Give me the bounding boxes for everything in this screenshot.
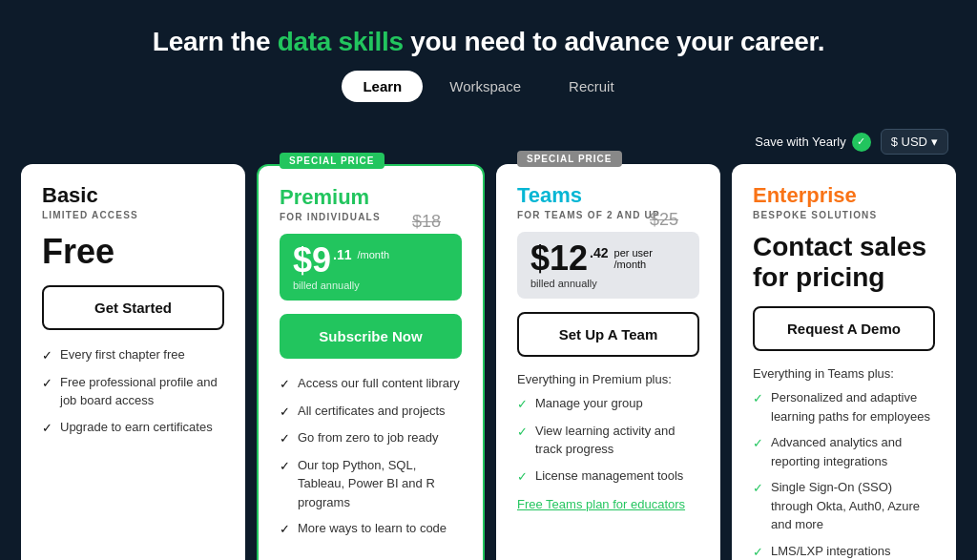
top-bar: Save with Yearly ✓ $ USD ▾ bbox=[0, 119, 977, 164]
check-icon: ✓ bbox=[753, 479, 763, 498]
price-cents-teams: .42 bbox=[590, 245, 608, 260]
currency-selector[interactable]: $ USD ▾ bbox=[881, 129, 948, 155]
check-icon: ✓ bbox=[42, 419, 52, 438]
check-icon: ✓ bbox=[280, 520, 290, 539]
price-dollar-teams: $12 bbox=[530, 241, 588, 276]
title-end: you need to advance your career. bbox=[404, 27, 824, 56]
yearly-check-icon: ✓ bbox=[852, 133, 871, 152]
check-icon: ✓ bbox=[517, 467, 528, 487]
list-item: ✓Free professional profile and job board… bbox=[42, 373, 224, 410]
list-item: ✓Every first chapter free bbox=[42, 345, 224, 365]
check-icon: ✓ bbox=[517, 423, 528, 442]
price-cents-premium: .11 bbox=[333, 247, 351, 262]
list-item: ✓Advanced analytics and reporting integr… bbox=[753, 433, 935, 470]
check-icon: ✓ bbox=[753, 389, 763, 408]
tab-recruit[interactable]: Recruit bbox=[548, 71, 635, 102]
basic-features: ✓Every first chapter free ✓Free professi… bbox=[42, 345, 224, 445]
request-demo-button[interactable]: Request A Demo bbox=[753, 306, 935, 351]
tab-bar: Learn Workspace Recruit bbox=[19, 71, 958, 102]
save-yearly-text: Save with Yearly bbox=[755, 135, 845, 149]
page-title: Learn the data skills you need to advanc… bbox=[19, 27, 958, 57]
special-price-badge-teams: SPECIAL PRICE bbox=[517, 151, 622, 167]
subscribe-now-button[interactable]: Subscribe Now bbox=[280, 314, 462, 359]
plan-name-teams: Teams bbox=[517, 183, 699, 208]
plan-price-basic: Free bbox=[42, 232, 224, 272]
check-icon: ✓ bbox=[280, 403, 290, 422]
check-icon: ✓ bbox=[42, 346, 52, 365]
check-icon: ✓ bbox=[280, 375, 290, 394]
plan-card-teams: SPECIAL PRICE Teams $25 FOR TEAMS OF 2 A… bbox=[496, 164, 720, 560]
original-price-premium: $18 bbox=[412, 212, 441, 232]
plan-card-basic: Basic LIMITED ACCESS Free Get Started ✓E… bbox=[21, 164, 245, 560]
page-header: Learn the data skills you need to advanc… bbox=[0, 0, 977, 119]
plan-price-enterprise: Contact sales for pricing bbox=[753, 232, 935, 293]
tab-learn[interactable]: Learn bbox=[342, 71, 423, 102]
tab-workspace[interactable]: Workspace bbox=[428, 71, 542, 102]
price-box-teams: $12 .42 per user /month billed annually bbox=[517, 232, 699, 299]
price-period-premium: /month bbox=[358, 249, 390, 260]
check-icon: ✓ bbox=[753, 434, 763, 453]
list-item: ✓Access our full content library bbox=[280, 374, 462, 394]
list-item: ✓Our top Python, SQL, Tableau, Power BI … bbox=[280, 456, 462, 512]
list-item: ✓More ways to learn to code bbox=[280, 519, 462, 539]
enterprise-features-header: Everything in Teams plus: bbox=[753, 366, 935, 381]
title-start: Learn the bbox=[153, 27, 278, 56]
list-item: ✓Personalized and adaptive learning path… bbox=[753, 388, 935, 425]
premium-features: ✓Access our full content library ✓All ce… bbox=[280, 374, 462, 547]
plan-card-enterprise: Enterprise BESPOKE SOLUTIONS Contact sal… bbox=[732, 164, 956, 560]
check-icon: ✓ bbox=[280, 457, 290, 476]
title-highlight: data skills bbox=[278, 27, 404, 56]
price-period-teams: per user /month bbox=[614, 247, 686, 270]
set-up-team-button[interactable]: Set Up A Team bbox=[517, 312, 699, 357]
price-dollar-premium: $9 bbox=[293, 243, 331, 278]
list-item: ✓All certificates and projects bbox=[280, 402, 462, 422]
check-icon: ✓ bbox=[517, 395, 528, 414]
price-box-premium: $9 .11 /month billed annually bbox=[280, 234, 462, 301]
enterprise-features: ✓Personalized and adaptive learning path… bbox=[753, 388, 935, 560]
check-icon: ✓ bbox=[42, 374, 52, 393]
plan-card-premium: SPECIAL PRICE Premium $18 FOR INDIVIDUAL… bbox=[257, 164, 485, 560]
check-icon: ✓ bbox=[280, 429, 290, 448]
list-item: ✓Go from zero to job ready bbox=[280, 428, 462, 448]
plan-name-premium: Premium bbox=[280, 185, 462, 210]
currency-label: $ USD bbox=[891, 135, 927, 149]
price-billed-premium: billed annually bbox=[293, 280, 448, 291]
plans-container: Basic LIMITED ACCESS Free Get Started ✓E… bbox=[0, 164, 977, 560]
teams-features: ✓Manage your group ✓View learning activi… bbox=[517, 394, 699, 493]
plan-subtitle-enterprise: BESPOKE SOLUTIONS bbox=[753, 210, 935, 220]
plan-subtitle-basic: LIMITED ACCESS bbox=[42, 210, 224, 220]
special-price-badge-premium: SPECIAL PRICE bbox=[280, 153, 385, 169]
teams-features-header: Everything in Premium plus: bbox=[517, 372, 699, 386]
list-item: ✓Upgrade to earn certificates bbox=[42, 418, 224, 438]
list-item: ✓View learning activity and track progre… bbox=[517, 422, 699, 459]
check-icon: ✓ bbox=[753, 543, 763, 560]
list-item: ✓LMS/LXP integrations bbox=[753, 542, 935, 560]
chevron-down-icon: ▾ bbox=[931, 135, 938, 149]
get-started-button[interactable]: Get Started bbox=[42, 285, 224, 330]
free-teams-link[interactable]: Free Teams plan for educators bbox=[517, 497, 699, 511]
list-item: ✓License management tools bbox=[517, 467, 699, 487]
list-item: ✓Manage your group bbox=[517, 394, 699, 414]
price-billed-teams: billed annually bbox=[530, 278, 686, 289]
list-item: ✓Single Sign-On (SSO) through Okta, Auth… bbox=[753, 478, 935, 534]
plan-name-basic: Basic bbox=[42, 183, 224, 208]
save-yearly-label: Save with Yearly ✓ bbox=[755, 133, 870, 152]
plan-name-enterprise: Enterprise bbox=[753, 183, 935, 208]
original-price-teams: $25 bbox=[650, 210, 678, 230]
